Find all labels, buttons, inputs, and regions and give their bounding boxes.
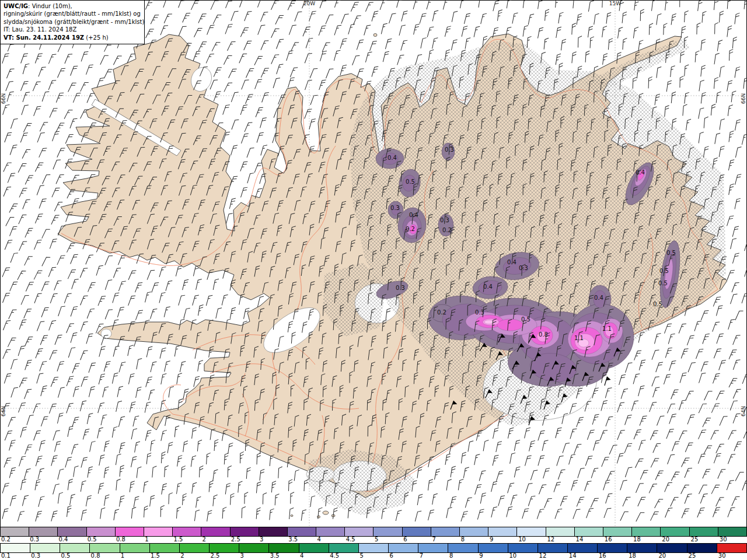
snow-scale-cell [718,527,747,537]
weather-chart-page: { "header": { "app": "UWC/IG", "title_re… [0,0,747,560]
wind-barb [512,12,518,24]
wind-barb [231,91,238,103]
wind-barb [732,495,740,508]
rain-scale-cell [598,543,627,553]
latitude-label: 66N [1,93,6,104]
rain-scale-cell [329,543,359,553]
snow-scale-cell [603,527,632,537]
wind-barb [67,402,74,414]
wind-barb [4,186,11,198]
latitude-label: 64N [741,406,746,416]
wind-barb [681,26,686,38]
wind-barb [601,400,608,412]
wind-barb [671,65,675,77]
wind-barb [145,291,152,303]
wind-barb [229,68,237,80]
wind-barb [560,495,568,508]
wind-barb [445,25,451,37]
wind-barb [67,188,75,200]
wind-barb [74,466,79,478]
wind-barb [213,469,218,481]
rain-scale-tick-label: 5 [358,552,363,559]
wind-barb [432,10,438,22]
wind-barb [194,27,203,39]
wind-barb [222,294,228,306]
wind-barb [479,470,486,482]
wind-barb [727,80,732,92]
wind-barb [9,309,17,321]
wind-barb [528,495,535,507]
wind-barb [67,242,75,254]
snow-scale-cell [403,527,431,537]
wind-barb [119,361,125,373]
wind-barb [35,161,43,173]
wind-barb [655,498,664,510]
snow-scale-tick-label: 1.5 [172,536,183,542]
wind-barb [50,238,57,250]
wind-barb [131,507,136,519]
wind-barb [711,484,720,496]
wind-barb [525,454,532,467]
wind-barb [606,12,611,24]
wind-barb [73,386,79,398]
wind-barb [372,10,378,22]
rain-scale-cell [359,543,389,553]
wind-barb [247,146,254,159]
wind-barb [176,265,182,277]
wind-barb [496,440,502,453]
wind-barb [9,202,18,215]
snow-scale-cell [374,527,402,537]
wind-barb [602,0,606,8]
wind-barb [33,80,40,93]
wind-barb [261,67,269,79]
precip-value-label: 0.2 [437,309,446,316]
wind-barb [383,51,389,63]
wind-barb [543,467,550,480]
wind-barb [701,39,706,51]
rain-scale-tick-label: 7 [418,552,423,559]
wind-barb [640,469,648,481]
wind-barb [680,51,684,63]
rain-scale-cell [538,543,568,553]
glacier [101,329,111,338]
wind-barb [48,79,56,91]
wind-barb [556,427,562,439]
rain-scale-tick-label: 0.3 [30,552,40,559]
wind-barb [341,13,349,25]
wind-barb [198,12,207,24]
rain-scale-tick-label: 0.8 [90,552,100,559]
wind-barb [225,23,233,36]
wind-barb [136,386,142,398]
wind-barb [104,467,109,479]
wind-barb [22,104,29,116]
wind-barb [133,415,139,428]
wind-barb [49,402,57,415]
wind-barb [260,117,267,129]
wind-barb [159,292,166,304]
wind-barb [100,54,109,66]
wind-barb [498,9,502,22]
wind-barb [715,23,718,34]
wind-barb [639,359,645,371]
wind-barb [98,402,104,414]
rain-scale-tick-label: 12 [538,552,547,559]
snow-scale-cell [58,527,86,537]
wind-barb [655,93,660,106]
wind-barb [183,494,187,505]
wind-barb [37,131,45,144]
wind-barb [685,493,692,505]
wind-barb [679,323,686,335]
wind-barb [619,374,626,386]
wind-barb [113,267,121,279]
wind-barb [198,360,203,372]
wind-barb [585,51,589,62]
latitude-label: 64N [1,406,6,416]
wind-barb [542,439,548,452]
wind-barb [310,67,317,79]
wind-barb [9,467,16,479]
wind-barb [720,11,724,23]
wind-barb [81,456,88,468]
wind-barb [2,52,9,65]
wind-barb [72,443,79,456]
wind-barb [112,372,118,384]
